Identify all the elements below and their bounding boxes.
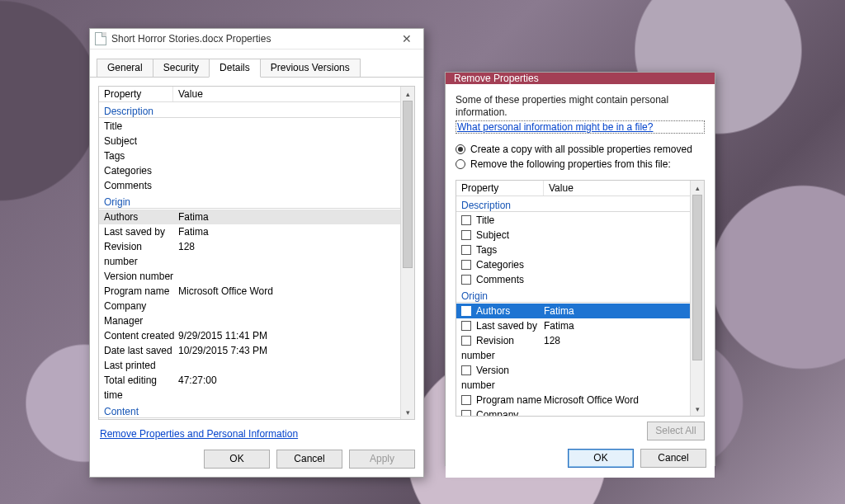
properties-window: Short Horror Stories.docx Properties ✕ G… (89, 28, 424, 478)
cancel-button[interactable]: Cancel (276, 450, 342, 469)
row-subject[interactable]: Subject (99, 134, 400, 148)
scroll-up-icon[interactable]: ▴ (401, 87, 414, 101)
radio-icon[interactable] (456, 159, 465, 169)
chk-row-subject[interactable]: Subject (456, 228, 690, 243)
chk-row-comments[interactable]: Comments (456, 272, 690, 287)
chk-row-program-name[interactable]: Program nameMicrosoft Office Word (456, 393, 690, 407)
checkbox-icon[interactable] (461, 410, 471, 416)
group-origin: Origin (99, 195, 400, 209)
chk-row-categories[interactable]: Categories (456, 257, 690, 272)
checkbox-icon[interactable] (461, 395, 471, 405)
row-revision-number[interactable]: Revision number128 (99, 239, 400, 269)
group-content: Content (99, 404, 400, 418)
checkbox-icon[interactable] (461, 365, 471, 375)
scroll-thumb[interactable] (403, 101, 413, 268)
group-description: Description (456, 198, 690, 212)
group-origin: Origin (456, 289, 690, 303)
remove-properties-list: Property Value Description Title Subject… (456, 180, 705, 417)
radio-icon[interactable] (456, 144, 465, 154)
row-comments[interactable]: Comments (99, 178, 400, 193)
remove-properties-link[interactable]: Remove Properties and Personal Informati… (100, 428, 298, 440)
row-version-number[interactable]: Version number (99, 269, 400, 284)
select-all-row: Select All (456, 417, 705, 440)
scroll-thumb[interactable] (692, 195, 702, 360)
row-manager[interactable]: Manager (99, 313, 400, 328)
remove-buttons: OK Cancel (446, 440, 715, 478)
row-content-created[interactable]: Content created9/29/2015 11:41 PM (99, 328, 400, 343)
remove-scrollbar[interactable]: ▴ ▾ (690, 181, 704, 416)
ok-button[interactable]: OK (568, 449, 634, 468)
remove-properties-title: Remove Properties (454, 73, 539, 84)
checkbox-icon[interactable] (461, 230, 471, 240)
checkbox-icon[interactable] (461, 275, 471, 285)
header-value[interactable]: Value (173, 87, 400, 101)
group-description: Description (99, 104, 400, 118)
header-value[interactable]: Value (544, 181, 690, 195)
info-link[interactable]: What personal information might be in a … (456, 120, 705, 134)
properties-titlebar[interactable]: Short Horror Stories.docx Properties ✕ (90, 29, 423, 49)
document-icon (95, 32, 106, 45)
chk-row-company[interactable]: Company (456, 407, 690, 416)
tab-security[interactable]: Security (153, 59, 210, 77)
row-date-last-saved[interactable]: Date last saved10/29/2015 7:43 PM (99, 343, 400, 358)
checkbox-icon[interactable] (461, 306, 471, 316)
chk-row-authors[interactable]: AuthorsFatima (456, 304, 690, 318)
header-property[interactable]: Property (456, 181, 544, 195)
apply-button[interactable]: Apply (349, 450, 415, 469)
scroll-track[interactable] (691, 195, 704, 402)
row-program-name[interactable]: Program nameMicrosoft Office Word (99, 284, 400, 299)
close-icon[interactable]: ✕ (395, 32, 418, 45)
row-total-editing-time[interactable]: Total editing time47:27:00 (99, 373, 400, 403)
scroll-track[interactable] (401, 101, 414, 405)
row-categories[interactable]: Categories (99, 163, 400, 178)
checkbox-icon[interactable] (461, 215, 471, 225)
remove-properties-window: Remove Properties Some of these properti… (445, 72, 715, 466)
checkbox-icon[interactable] (461, 245, 471, 255)
row-tags[interactable]: Tags (99, 148, 400, 163)
select-all-button[interactable]: Select All (647, 422, 705, 440)
tab-details[interactable]: Details (209, 59, 261, 78)
chk-row-version-number[interactable]: Version number (456, 363, 690, 393)
checkbox-icon[interactable] (461, 260, 471, 270)
cancel-button[interactable]: Cancel (640, 449, 706, 468)
properties-buttons: OK Cancel Apply (90, 440, 423, 477)
remove-properties-titlebar[interactable]: Remove Properties (446, 73, 715, 84)
properties-list-header[interactable]: Property Value (99, 87, 400, 102)
chk-row-tags[interactable]: Tags (456, 243, 690, 257)
properties-list: Property Value Description Title Subject… (98, 86, 415, 420)
scroll-down-icon[interactable]: ▾ (691, 402, 704, 416)
header-property[interactable]: Property (99, 87, 173, 101)
chk-row-last-saved-by[interactable]: Last saved byFatima (456, 318, 690, 333)
properties-tabs: General Security Details Previous Versio… (90, 49, 423, 78)
row-last-saved-by[interactable]: Last saved byFatima (99, 224, 400, 239)
row-authors[interactable]: AuthorsFatima (99, 210, 400, 224)
properties-scrollbar[interactable]: ▴ ▾ (400, 87, 414, 419)
radio-create-copy[interactable]: Create a copy with all possible properti… (456, 144, 705, 155)
chk-row-title[interactable]: Title (456, 213, 690, 228)
radio-remove-from-file-label: Remove the following properties from thi… (470, 158, 671, 170)
remove-list-header[interactable]: Property Value (456, 181, 690, 196)
chk-row-revision-number[interactable]: Revision number128 (456, 333, 690, 363)
checkbox-icon[interactable] (461, 336, 471, 346)
ok-button[interactable]: OK (204, 450, 270, 469)
checkbox-icon[interactable] (461, 321, 471, 331)
remove-properties-link-row: Remove Properties and Personal Informati… (100, 428, 413, 440)
row-company[interactable]: Company (99, 299, 400, 313)
row-title[interactable]: Title (99, 119, 400, 134)
scroll-up-icon[interactable]: ▴ (691, 181, 704, 195)
radio-remove-from-file[interactable]: Remove the following properties from thi… (456, 158, 705, 170)
radio-create-copy-label: Create a copy with all possible properti… (470, 144, 692, 155)
row-last-printed[interactable]: Last printed (99, 358, 400, 373)
intro-text: Some of these properties might contain p… (456, 94, 705, 119)
tab-previous-versions[interactable]: Previous Versions (260, 59, 361, 77)
scroll-down-icon[interactable]: ▾ (401, 405, 414, 419)
tab-general[interactable]: General (97, 59, 153, 77)
remove-properties-body: Some of these properties might contain p… (446, 84, 715, 440)
properties-title: Short Horror Stories.docx Properties (111, 33, 395, 45)
properties-body: Property Value Description Title Subject… (90, 78, 423, 440)
